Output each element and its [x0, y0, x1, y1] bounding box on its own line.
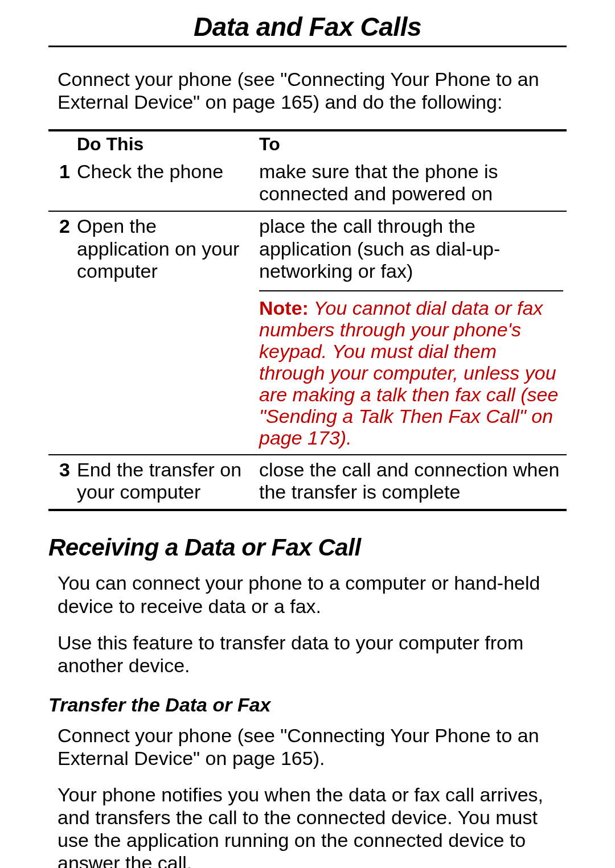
step-number: 1 — [48, 157, 77, 211]
step-do: Open the application on your computer — [77, 211, 259, 455]
section-title-receiving: Receiving a Data or Fax Call — [48, 534, 567, 561]
intro-text: Connect your phone (see "Connecting Your… — [48, 68, 567, 113]
section3-p1: Connect your phone (see "Connecting Your… — [48, 724, 567, 770]
note: Note: You cannot dial data or fax number… — [259, 290, 563, 449]
section2-p1: You can connect your phone to a computer… — [48, 571, 567, 617]
step-to-text: place the call through the application (… — [259, 215, 500, 281]
step-do: End the transfer on your computer — [77, 455, 259, 510]
section2-p2: Use this feature to transfer data to you… — [48, 631, 567, 677]
table-row: 2 Open the application on your computer … — [48, 211, 567, 455]
table-row: 3 End the transfer on your computer clos… — [48, 455, 567, 510]
step-to: close the call and connection when the t… — [259, 455, 567, 510]
col-to: To — [259, 130, 567, 157]
table-row: 1 Check the phone make sure that the pho… — [48, 157, 567, 211]
step-do: Check the phone — [77, 157, 259, 211]
col-do: Do This — [77, 130, 259, 157]
step-to: make sure that the phone is connected an… — [259, 157, 567, 211]
step-number: 3 — [48, 455, 77, 510]
note-label: Note: — [259, 297, 309, 319]
section3-p2: Your phone notifies you when the data or… — [48, 783, 567, 868]
step-number: 2 — [48, 211, 77, 455]
note-text: You cannot dial data or fax numbers thro… — [259, 297, 558, 449]
subsection-title-transfer: Transfer the Data or Fax — [48, 694, 567, 716]
step-to: place the call through the application (… — [259, 211, 567, 455]
col-num — [48, 130, 77, 157]
page-header: Data and Fax Calls — [48, 11, 567, 47]
steps-table: Do This To 1 Check the phone make sure t… — [48, 129, 567, 511]
